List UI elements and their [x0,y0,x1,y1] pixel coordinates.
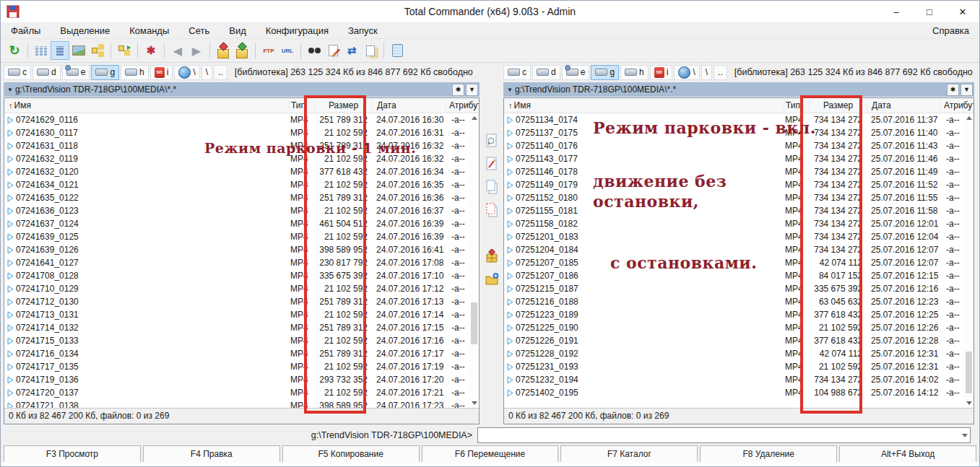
file-row[interactable]: 07241708_0128MP4335 675 39224.07.2016 17… [4,269,469,282]
column-header-date[interactable]: Дата [867,100,940,110]
refresh-icon[interactable]: ↻ [5,41,24,60]
file-row[interactable]: 07241715_0133MP421 102 59224.07.2016 17:… [4,334,469,347]
file-row[interactable]: 07251155_0181MP4734 134 27225.07.2016 11… [504,204,964,217]
fkey-button[interactable]: F4 Правка [143,445,280,463]
file-row[interactable]: 07241637_0124MP4461 504 51224.07.2016 16… [4,217,469,230]
file-row[interactable]: 07241636_0123MP421 102 59224.07.2016 16:… [4,204,469,217]
file-row[interactable]: 07241639_0125MP421 102 59224.07.2016 16:… [4,230,469,243]
history-dropdown-button[interactable]: ▼ [466,84,478,96]
sync-dirs-icon[interactable]: ⇄ [342,41,361,60]
scrollbar-thumb[interactable] [471,302,477,344]
file-row[interactable]: 07251216_0188MP463 045 63225.07.2016 12:… [504,295,964,308]
menu-item[interactable]: Конфигурация [266,25,329,36]
file-row[interactable]: 07251143_0177MP4734 134 27225.07.2016 11… [504,152,964,165]
view-file-button[interactable] [482,132,501,149]
file-row[interactable]: 07251137_0175MP4734 134 27225.07.2016 11… [504,126,964,139]
new-folder-button[interactable] [482,271,501,288]
full-view-icon[interactable] [51,41,69,60]
close-button[interactable]: ✕ [946,1,979,22]
drive-button-root[interactable]: \ [201,65,212,80]
file-row[interactable]: 07251228_0192MP442 074 11225.07.2016 12:… [504,347,964,360]
file-row[interactable]: 07241721_0138MP4398 589 95224.07.2016 17… [4,399,469,408]
drive-button-g[interactable]: g [591,65,619,80]
tree-view-icon[interactable] [88,41,107,60]
fkey-button[interactable]: F7 Каталог [560,445,698,463]
file-row[interactable]: 07251134_0174MP4734 134 27225.07.2016 11… [504,113,964,126]
file-row[interactable]: 07241641_0127MP4230 817 79224.07.2016 17… [4,256,469,269]
drive-button-parent[interactable]: .. [214,65,227,80]
file-row[interactable]: 07251215_0187MP4335 675 39225.07.2016 12… [504,282,964,295]
panel-menu-icon[interactable]: ▼ [507,87,513,93]
file-row[interactable]: 07251223_0189MP4377 618 43225.07.2016 12… [504,308,964,321]
scrollbar[interactable] [964,113,974,408]
file-row[interactable]: 07241632_0119MP421 102 59224.07.2016 16:… [4,152,469,165]
column-header-type[interactable]: Тип [289,100,314,110]
edit-file-button[interactable] [482,155,501,173]
drive-button-e[interactable]: e [562,65,590,80]
scrollbar[interactable] [469,113,479,408]
file-row[interactable]: 07241713_0131MP421 102 59224.07.2016 17:… [4,308,469,321]
unpack-icon[interactable] [233,41,251,60]
fkey-button[interactable]: Alt+F4 Выход [839,445,976,463]
menu-item-help[interactable]: Справка [932,25,979,36]
file-row[interactable]: 07251146_0178MP4734 134 27225.07.2016 11… [504,165,964,178]
file-row[interactable]: 07251402_0195MP4104 988 67225.07.2016 14… [504,386,964,399]
file-row[interactable]: 07241629_0116MP4251 789 31224.07.2016 16… [4,113,469,126]
menu-item[interactable]: Выделение [60,25,110,36]
minimize-button[interactable]: – [880,1,913,22]
column-header-date[interactable]: Дата [372,100,446,110]
column-header-name[interactable]: ↑Имя [504,100,784,110]
path-bar[interactable]: ▼ g:\TrendVision TDR-718GP\100MEDIA\*.* … [503,82,974,97]
scroll-down-icon[interactable] [966,401,972,405]
back-icon[interactable]: ◀ [168,41,187,60]
open-all-button[interactable]: ✱ [947,84,959,96]
drive-button-net[interactable]: \ [174,65,199,80]
column-header-size[interactable]: Размер [809,100,867,110]
thumbnails-view-icon[interactable] [69,41,88,60]
file-row[interactable]: 07251207_0186MP484 017 15225.07.2016 12:… [504,269,964,282]
branch-view-icon[interactable] [115,41,134,60]
command-history-icon[interactable] [962,434,968,437]
file-row[interactable]: 07241635_0122MP4251 789 31224.07.2016 16… [4,191,469,204]
file-row[interactable]: 07241712_0130MP4251 789 31224.07.2016 17… [4,295,469,308]
file-row[interactable]: 07251140_0176MP4734 134 27225.07.2016 11… [504,139,964,152]
scrollbar-thumb[interactable] [966,352,972,393]
fkey-button[interactable]: F8 Удаление [700,445,837,463]
scroll-down-icon[interactable] [472,401,477,405]
menu-item[interactable]: Сеть [188,25,209,36]
file-row[interactable]: 07251149_0179MP4734 134 27225.07.2016 11… [504,178,964,191]
file-row[interactable]: 07241716_0134MP4251 789 31224.07.2016 17… [4,347,469,360]
history-dropdown-button[interactable]: ▼ [961,84,973,96]
command-input[interactable] [477,427,971,443]
drive-button-e[interactable]: e [62,65,90,80]
file-row[interactable]: 07241631_0118MP4251 789 31224.07.2016 16… [4,139,469,152]
ftp-url-icon[interactable]: URL [278,41,297,60]
scroll-up-icon[interactable] [966,116,972,120]
file-row[interactable]: 07251207_0185MP442 074 11225.07.2016 12:… [504,256,964,269]
column-header-type[interactable]: Тип [784,100,809,110]
fkey-button[interactable]: F6 Перемещение [422,445,559,463]
menu-item[interactable]: Запуск [348,25,378,36]
open-all-button[interactable]: ✱ [452,84,464,96]
file-row[interactable]: 07251204_0184MP4734 134 27225.07.2016 12… [504,243,964,256]
menu-item[interactable]: Команды [129,25,169,36]
notepad-icon[interactable] [388,41,407,60]
forward-icon[interactable]: ▶ [187,41,206,60]
multi-rename-icon[interactable] [324,41,342,60]
drive-button-h[interactable]: h [620,65,649,80]
column-header-attr[interactable]: Атрибут [940,100,974,110]
menu-item[interactable]: Файлы [11,25,40,36]
drive-button-g[interactable]: g [91,65,119,80]
file-row[interactable]: 07251225_0190MP421 102 59225.07.2016 12:… [504,321,964,334]
menu-item[interactable]: Вид [229,25,246,36]
brief-view-icon[interactable] [32,41,51,60]
drive-button-c[interactable]: c [4,65,31,80]
file-row[interactable]: 07241710_0129MP421 102 59224.07.2016 17:… [4,282,469,295]
drive-button-root[interactable]: \ [701,65,712,80]
fkey-button[interactable]: F3 Просмотр [4,445,141,463]
custom-columns-icon[interactable]: ✱ [142,41,160,60]
drive-button-h[interactable]: h [121,65,149,80]
drive-button-i[interactable]: SDi [650,65,673,80]
file-row[interactable]: 07251152_0180MP4734 134 27225.07.2016 11… [504,191,964,204]
column-header-size[interactable]: Размер [314,100,372,110]
